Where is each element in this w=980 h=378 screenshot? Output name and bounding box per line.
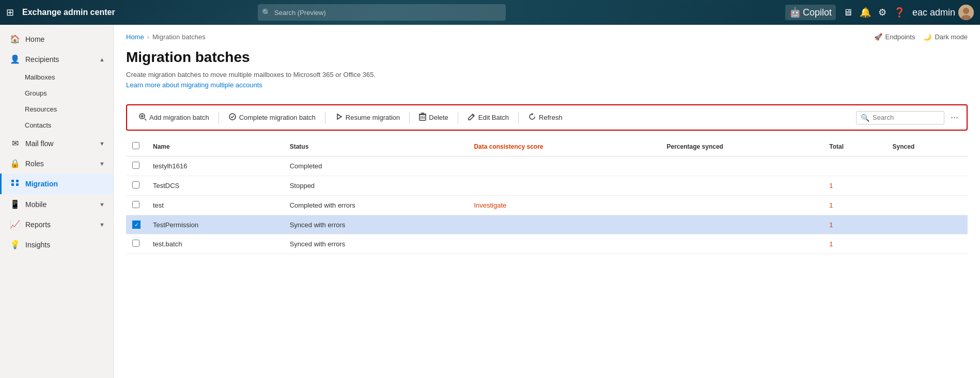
row-name: test.batch [147, 234, 284, 254]
row-checkbox-cell [126, 176, 147, 196]
delete-label: Delete [429, 114, 448, 121]
chevron-down-icon-mobile: ▼ [99, 201, 105, 208]
user-label: eac admin [912, 7, 955, 18]
table-container: Name Status Data consistency score Perce… [114, 137, 980, 254]
sidebar-item-groups[interactable]: Groups [25, 85, 113, 101]
add-batch-icon [138, 113, 147, 122]
refresh-button[interactable]: Refresh [523, 109, 568, 125]
copilot-icon: 🤖 [789, 7, 801, 18]
sidebar-label-mobile: Mobile [25, 200, 46, 209]
bell-icon[interactable]: 🔔 [860, 7, 871, 18]
gear-icon[interactable]: ⚙ [878, 7, 886, 18]
row-consistency[interactable]: Investigate [468, 196, 660, 215]
topbar-search-input[interactable] [258, 4, 506, 21]
sidebar-label-mailflow: Mail flow [25, 139, 53, 148]
endpoints-button[interactable]: 🚀 Endpoints [874, 33, 915, 41]
migration-icon [10, 179, 20, 189]
delete-icon [419, 113, 426, 122]
sidebar-item-resources[interactable]: Resources [25, 101, 113, 117]
row-status: Completed with errors [284, 196, 468, 215]
sidebar-item-roles[interactable]: 🔒 Roles ▼ [0, 153, 113, 174]
svg-rect-5 [16, 180, 19, 182]
monitor-icon[interactable]: 🖥 [843, 7, 852, 18]
breadcrumb-bar: Home › Migration batches 🚀 Endpoints 🌙 D… [114, 25, 980, 45]
row-checkbox[interactable] [132, 220, 141, 229]
col-status: Status [284, 137, 468, 156]
table-row[interactable]: TestDCSStopped1 [126, 176, 968, 196]
table-row[interactable]: testCompleted with errorsInvestigate1 [126, 196, 968, 215]
user-menu[interactable]: eac admin [912, 5, 974, 20]
endpoints-label: Endpoints [885, 33, 915, 41]
toolbar-sep-5 [518, 112, 519, 124]
col-synced: Synced [886, 137, 968, 156]
row-name: TestPermission [147, 215, 284, 234]
sidebar-item-contacts[interactable]: Contacts [25, 117, 113, 133]
sidebar-item-home[interactable]: 🏠 Home [0, 29, 113, 49]
sidebar-item-migration[interactable]: Migration [0, 174, 113, 194]
table-row[interactable]: test.batchSynced with errors1 [126, 234, 968, 254]
col-pct-synced: Percentage synced [661, 137, 823, 156]
row-checkbox[interactable] [132, 240, 139, 247]
row-synced [886, 196, 968, 215]
sidebar-label-insights: Insights [25, 241, 50, 249]
refresh-label: Refresh [539, 114, 563, 121]
sidebar-label-recipients: Recipients [25, 55, 59, 64]
row-status: Completed [284, 156, 468, 176]
dark-mode-icon: 🌙 [923, 33, 931, 41]
toolbar-right: 🔍 ··· [856, 110, 960, 125]
table-search-box[interactable]: 🔍 [856, 111, 944, 124]
complete-migration-button[interactable]: Complete migration batch [223, 109, 321, 125]
toolbar-sep-4 [458, 112, 458, 124]
topbar: ⊞ Exchange admin center 🔍 🤖 Copilot 🖥 🔔 … [0, 0, 980, 25]
add-migration-batch-button[interactable]: Add migration batch [133, 109, 214, 125]
row-total [823, 156, 886, 176]
row-pct-synced [661, 215, 823, 234]
sidebar-item-mobile[interactable]: 📱 Mobile ▼ [0, 194, 113, 214]
row-checkbox-cell [126, 234, 147, 254]
resume-migration-button[interactable]: Resume migration [330, 109, 406, 125]
row-checkbox-cell [126, 215, 147, 234]
row-status: Synced with errors [284, 215, 468, 234]
help-icon[interactable]: ❓ [894, 7, 905, 18]
investigate-link[interactable]: Investigate [474, 201, 506, 209]
row-total: 1 [823, 215, 886, 234]
sidebar-item-mailflow[interactable]: ✉ Mail flow ▼ [0, 133, 113, 153]
sidebar-label-migration: Migration [25, 180, 58, 188]
more-options-button[interactable]: ··· [948, 110, 960, 125]
select-all-checkbox[interactable] [132, 142, 139, 149]
breadcrumb-actions: 🚀 Endpoints 🌙 Dark mode [874, 33, 968, 41]
toolbar-sep-2 [325, 112, 325, 124]
page-description: Create migration batches to move multipl… [126, 70, 968, 90]
row-name: TestDCS [147, 176, 284, 196]
row-consistency [468, 176, 660, 196]
row-total: 1 [823, 234, 886, 254]
row-checkbox[interactable] [132, 162, 139, 169]
copilot-button[interactable]: 🤖 Copilot [785, 5, 836, 20]
sidebar: 🏠 Home 👤 Recipients ▲ Mailboxes Groups R… [0, 25, 114, 378]
sidebar-item-recipients[interactable]: 👤 Recipients ▲ [0, 49, 113, 69]
sidebar-item-reports[interactable]: 📈 Reports ▼ [0, 214, 113, 234]
learn-more-link[interactable]: Learn more about migrating multiple acco… [126, 81, 262, 89]
row-consistency [468, 156, 660, 176]
complete-icon [228, 113, 237, 122]
sidebar-label-reports: Reports [25, 220, 51, 229]
edit-batch-button[interactable]: Edit Batch [462, 109, 514, 125]
row-name: testylh1616 [147, 156, 284, 176]
dark-mode-button[interactable]: 🌙 Dark mode [923, 33, 968, 41]
table-row[interactable]: TestPermissionSynced with errors1 [126, 215, 968, 234]
breadcrumb-current: Migration batches [152, 33, 206, 41]
row-consistency [468, 234, 660, 254]
complete-label: Complete migration batch [239, 114, 316, 121]
row-checkbox[interactable] [132, 201, 139, 208]
recipients-submenu: Mailboxes Groups Resources Contacts [0, 69, 113, 133]
delete-button[interactable]: Delete [414, 109, 454, 125]
sidebar-item-mailboxes[interactable]: Mailboxes [25, 69, 113, 85]
sidebar-item-insights[interactable]: 💡 Insights [0, 234, 113, 255]
grid-icon[interactable]: ⊞ [6, 7, 14, 18]
table-row[interactable]: testylh1616Completed [126, 156, 968, 176]
col-name: Name [147, 137, 284, 156]
row-checkbox[interactable] [132, 181, 139, 188]
row-consistency [468, 215, 660, 234]
breadcrumb-home[interactable]: Home [126, 33, 144, 41]
table-search-input[interactable] [873, 114, 940, 121]
